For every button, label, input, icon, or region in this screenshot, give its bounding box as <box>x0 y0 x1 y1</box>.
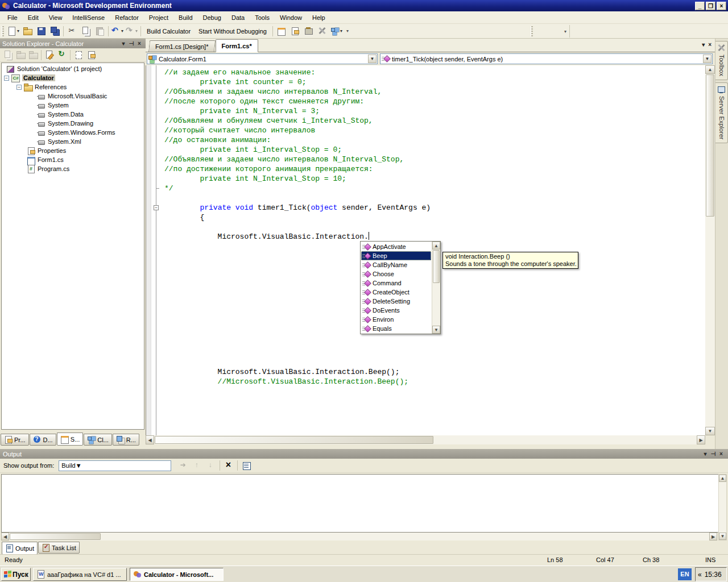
types-dropdown[interactable]: Calculator.Form1 ▼ <box>147 53 378 64</box>
side-tab-toolbox[interactable]: Toolbox <box>715 41 728 80</box>
output-tab-task-list[interactable]: Task List <box>38 542 80 554</box>
intellisense-item-environ[interactable]: Environ <box>361 315 431 324</box>
tree-item-system-data[interactable]: System.Data <box>2 110 144 119</box>
paste-button[interactable] <box>93 25 106 38</box>
menu-file[interactable]: File <box>2 13 23 23</box>
show-all-files-button[interactable] <box>72 49 85 61</box>
window-position-menu-icon[interactable]: ▾ <box>701 451 709 457</box>
menu-refactor[interactable]: Refactor <box>110 13 144 23</box>
menu-help[interactable]: Help <box>307 13 330 23</box>
solution-explorer-button[interactable] <box>275 25 288 38</box>
close-document-icon[interactable]: × <box>708 41 712 48</box>
panel-tab-pr[interactable]: Pr... <box>1 434 29 446</box>
menu-project[interactable]: Project <box>144 13 173 23</box>
tree-item-solution-calculator-1-project[interactable]: Solution 'Calculator' (1 project) <box>2 64 144 73</box>
panel-tab-d[interactable]: D... <box>30 434 56 446</box>
menu-build[interactable]: Build <box>173 13 197 23</box>
menu-window[interactable]: Window <box>275 13 307 23</box>
redo-button[interactable]: ▾ <box>125 25 139 38</box>
tree-item-system-drawing[interactable]: System.Drawing <box>2 119 144 128</box>
tree-expander-icon[interactable]: − <box>16 85 22 90</box>
previous-message-button[interactable] <box>191 459 204 472</box>
tree-item-system-xml[interactable]: System.Xml <box>2 137 144 146</box>
properties-button[interactable] <box>85 49 97 61</box>
intellisense-item-choose[interactable]: Choose <box>361 269 431 278</box>
restore-button[interactable]: ❐ <box>706 2 715 10</box>
tree-item-program-cs[interactable]: Program.cs <box>2 164 144 173</box>
intellisense-item-equals[interactable]: Equals <box>361 324 431 333</box>
chevron-down-icon[interactable]: ▾ <box>340 28 342 34</box>
chevron-down-icon[interactable]: ▼ <box>703 55 712 63</box>
goto-message-button[interactable] <box>177 459 191 472</box>
indicator-margin[interactable] <box>146 65 151 435</box>
taskbar-task-аааграфика-на-vc-d1[interactable]: аааГрафика на VC# d1 ... <box>33 568 127 581</box>
new-item-button[interactable]: ▾ <box>6 25 20 38</box>
properties-window-button[interactable] <box>288 25 302 38</box>
output-content[interactable] <box>1 474 727 533</box>
view-code-button[interactable] <box>43 49 56 61</box>
menu-debug[interactable]: Debug <box>198 13 226 23</box>
tree-item-references[interactable]: −References <box>2 82 144 92</box>
close-icon[interactable]: × <box>717 451 725 457</box>
intellisense-scrollbar[interactable]: ▲ ▼ <box>432 242 440 334</box>
intellisense-item-beep[interactable]: Beep <box>361 251 431 260</box>
refresh-button[interactable] <box>56 49 68 61</box>
open-folder-button[interactable] <box>14 49 27 61</box>
tree-item-system-windows-forms[interactable]: System.Windows.Forms <box>2 128 144 137</box>
menu-edit[interactable]: Edit <box>23 13 44 23</box>
intellisense-item-command[interactable]: Command <box>361 278 431 288</box>
auto-hide-pin-icon[interactable]: ⊣ <box>709 451 717 457</box>
other-windows-button[interactable]: ▾ <box>329 25 344 38</box>
start-without-debugging-button[interactable]: Start Without Debugging <box>195 25 271 38</box>
panel-tab-cl[interactable]: Cl... <box>84 434 112 446</box>
toolbar-grip[interactable] <box>531 26 533 36</box>
auto-hide-pin-icon[interactable]: ⊣ <box>127 40 135 47</box>
start-button[interactable]: Пуск <box>1 568 31 581</box>
chevron-down-icon[interactable]: ▼ <box>76 462 82 469</box>
undo-button[interactable]: ▾ <box>110 25 125 38</box>
toolbar-grip[interactable] <box>2 26 4 36</box>
build-calculator-button[interactable]: Build Calculator <box>143 25 195 38</box>
tab-form1-cs[interactable]: Form1.cs* <box>216 39 258 52</box>
tree-item-properties[interactable]: Properties <box>2 146 144 155</box>
save-all-button[interactable] <box>48 25 61 38</box>
panel-tab-s[interactable]: S... <box>57 433 84 446</box>
intellisense-item-callbyname[interactable]: CallByName <box>361 260 431 269</box>
tray-chevron-icon[interactable]: « <box>698 571 702 579</box>
chevron-down-icon[interactable]: ▾ <box>121 28 123 34</box>
panel-tab-r[interactable]: R... <box>113 434 139 446</box>
tab-form1-cs-design[interactable]: Form1.cs [Design]* <box>148 40 216 52</box>
customize-toolbars-button[interactable] <box>316 25 329 38</box>
minimize-button[interactable]: _ <box>695 2 705 10</box>
editor-vertical-scrollbar[interactable]: ▲ ▼ <box>705 65 715 435</box>
side-tab-server-explorer[interactable]: Server Explorer <box>715 82 728 143</box>
output-source-dropdown[interactable]: Build ▼ <box>59 460 171 471</box>
editor-horizontal-scrollbar[interactable]: ◀ ▶ <box>146 435 705 444</box>
members-dropdown[interactable]: timer1_Tick(object sender, EventArgs e) … <box>380 53 713 64</box>
language-indicator[interactable]: EN <box>678 568 692 580</box>
toolbox-button[interactable] <box>302 25 316 38</box>
taskbar-task-calculator-microsoft[interactable]: Calculator - Microsoft... <box>130 568 224 581</box>
intellisense-item-doevents[interactable]: DoEvents <box>361 306 431 315</box>
intellisense-item-appactivate[interactable]: AppActivate <box>361 242 431 251</box>
output-horizontal-scrollbar[interactable]: ◀ ▶ <box>1 533 717 541</box>
close-icon[interactable]: × <box>135 40 143 47</box>
document-list-dropdown-icon[interactable]: ▾ <box>702 41 705 48</box>
menu-view[interactable]: View <box>44 13 68 23</box>
toolbar-overflow-button[interactable]: ▾ <box>561 25 569 38</box>
chevron-down-icon[interactable]: ▾ <box>17 28 19 34</box>
window-position-menu-icon[interactable]: ▾ <box>119 40 127 47</box>
tree-item-form1-cs[interactable]: Form1.cs <box>2 155 144 164</box>
cut-button[interactable] <box>65 25 79 38</box>
new-folder-button[interactable] <box>27 49 39 61</box>
tree-item-calculator[interactable]: −Calculator <box>2 73 144 82</box>
copy-project-button[interactable] <box>2 49 14 61</box>
chevron-down-icon[interactable]: ▼ <box>368 55 377 63</box>
menu-tools[interactable]: Tools <box>250 13 275 23</box>
intellisense-item-createobject[interactable]: CreateObject <box>361 288 431 297</box>
clear-all-button[interactable] <box>222 459 235 472</box>
tree-item-microsoft-visualbasic[interactable]: Microsoft.VisualBasic <box>2 92 144 101</box>
output-vertical-scrollbar[interactable]: ▲ ▼ <box>718 474 727 541</box>
next-message-button[interactable] <box>204 459 218 472</box>
open-file-button[interactable] <box>20 25 34 38</box>
